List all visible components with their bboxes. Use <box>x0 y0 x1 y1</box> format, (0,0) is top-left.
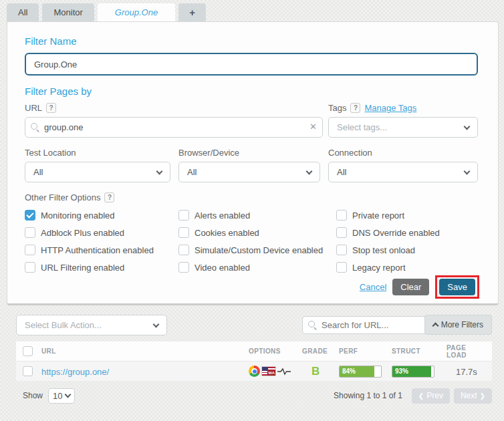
clear-button[interactable]: Clear <box>392 279 429 295</box>
checkbox-box[interactable] <box>25 245 35 255</box>
checkbox-adblock-plus-enabled[interactable]: Adblock Plus enabled <box>25 227 170 238</box>
plus-icon: + <box>189 7 195 18</box>
chevron-down-icon <box>464 168 471 174</box>
flag-region-label: WA <box>267 371 275 376</box>
browser-device-value: All <box>187 167 197 177</box>
checkbox-label: Private report <box>352 210 404 221</box>
checkbox-dns-override-enabled[interactable]: DNS Override enabled <box>336 227 478 238</box>
cancel-link[interactable]: Cancel <box>360 282 386 292</box>
list-toolbar: Select Bulk Action... More Filters <box>16 315 492 335</box>
checkbox-private-report[interactable]: Private report <box>336 210 478 221</box>
table-header-row: URL OPTIONS GRADE PERF STRUCT PAGE LOAD <box>16 341 492 362</box>
bulk-action-select[interactable]: Select Bulk Action... <box>16 315 167 335</box>
next-button[interactable]: Next ❯ <box>454 388 492 404</box>
url-filter-input[interactable] <box>25 117 323 138</box>
tags-help-icon[interactable]: ? <box>350 103 360 113</box>
tab-group-one-label: Group.One <box>115 7 158 17</box>
other-options-help-icon[interactable]: ? <box>104 192 114 202</box>
prev-label: Prev <box>426 391 443 400</box>
checkbox-video-enabled[interactable]: Video enabled <box>178 262 328 273</box>
manage-tags-link[interactable]: Manage Tags <box>364 103 416 113</box>
test-location-label: Test Location <box>25 148 76 158</box>
checkbox-label: DNS Override enabled <box>352 228 440 238</box>
clear-url-icon[interactable]: ✕ <box>309 122 317 132</box>
checkbox-label: Adblock Plus enabled <box>41 228 124 238</box>
save-button-highlight: Save <box>435 275 479 299</box>
checkbox-cookies-enabled[interactable]: Cookies enabled <box>178 227 328 238</box>
chevron-down-icon <box>156 168 163 174</box>
chevron-down-icon <box>464 123 471 130</box>
filter-pages-by-heading: Filter Pages by <box>25 86 478 97</box>
select-all-checkbox[interactable] <box>23 346 33 356</box>
checkbox-box[interactable] <box>178 210 189 221</box>
showing-text: Showing 1 to 1 of 1 <box>334 391 402 400</box>
header-options: OPTIONS <box>246 347 299 355</box>
results-table: URL OPTIONS GRADE PERF STRUCT PAGE LOAD … <box>16 341 492 382</box>
header-grade: GRADE <box>299 347 336 355</box>
struct-bar: 93% <box>392 366 434 378</box>
checkbox-label: Legacy report <box>352 263 406 273</box>
checkbox-simulate-custom-device-enabled[interactable]: Simulate/Custom Device enabled <box>178 245 328 255</box>
chevron-down-icon <box>65 392 72 398</box>
add-tab-button[interactable]: + <box>178 3 206 21</box>
checkbox-box[interactable] <box>336 262 347 273</box>
checkbox-box[interactable] <box>336 227 347 238</box>
tab-all-label: All <box>18 7 27 17</box>
tab-all[interactable]: All <box>7 3 39 21</box>
tab-monitor[interactable]: Monitor <box>42 3 94 21</box>
checkbox-label: HTTP Authentication enabled <box>41 245 154 255</box>
chrome-icon <box>249 366 260 377</box>
row-url-link[interactable]: https://group.one/ <box>41 367 109 377</box>
filter-tabs: All Monitor Group.One + <box>7 3 206 21</box>
bulk-action-placeholder: Select Bulk Action... <box>25 320 102 330</box>
header-page-load: PAGE LOAD <box>444 344 491 359</box>
checkbox-box[interactable] <box>336 245 347 255</box>
checkbox-box[interactable] <box>178 262 189 273</box>
chevron-down-icon <box>153 321 160 327</box>
tab-monitor-label: Monitor <box>53 7 82 17</box>
checkbox-box[interactable] <box>25 262 35 273</box>
search-icon <box>308 321 317 329</box>
save-button[interactable]: Save <box>439 279 475 295</box>
pagination-footer: Show 10 Showing 1 to 1 of 1 ❮ Prev Next … <box>16 387 492 404</box>
page-size-value: 10 <box>53 391 62 401</box>
connection-value: All <box>337 167 346 177</box>
tags-select-placeholder: Select tags... <box>337 122 387 132</box>
url-search-input[interactable] <box>302 316 444 334</box>
checkbox-box[interactable] <box>25 227 35 238</box>
prev-button[interactable]: ❮ Prev <box>412 388 450 404</box>
header-url: URL <box>39 347 246 355</box>
tab-group-one[interactable]: Group.One <box>98 3 175 21</box>
checkbox-box[interactable] <box>336 210 347 221</box>
checkbox-box[interactable] <box>178 245 189 255</box>
header-struct: STRUCT <box>389 347 444 355</box>
filter-name-input[interactable] <box>25 53 478 76</box>
url-field-label: URL <box>25 103 42 113</box>
checkbox-box[interactable] <box>25 210 35 221</box>
us-flag-wa-icon: WA <box>262 367 275 376</box>
checkbox-box[interactable] <box>178 227 189 238</box>
url-help-icon[interactable]: ? <box>46 103 56 113</box>
more-filters-button[interactable]: More Filters <box>424 315 492 335</box>
connection-select[interactable]: All <box>328 162 478 182</box>
chevron-up-icon <box>432 323 438 329</box>
checkbox-http-authentication-enabled[interactable]: HTTP Authentication enabled <box>25 245 170 255</box>
filter-options-grid: Monitoring enabled Alerts enabled Privat… <box>25 210 478 273</box>
chevron-right-icon: ❯ <box>480 392 485 400</box>
table-row: https://group.one/ WA B 84% 93% 17.7s <box>16 362 492 382</box>
checkbox-alerts-enabled[interactable]: Alerts enabled <box>178 210 328 221</box>
checkbox-monitoring-enabled[interactable]: Monitoring enabled <box>25 210 170 221</box>
filter-name-heading: Filter Name <box>25 35 478 47</box>
page-load-value: 17.7s <box>447 367 477 377</box>
browser-device-select[interactable]: All <box>178 162 320 182</box>
search-icon <box>31 123 39 132</box>
test-location-select[interactable]: All <box>25 162 170 182</box>
connection-label: Connection <box>328 148 372 158</box>
row-checkbox[interactable] <box>23 366 33 376</box>
page-size-select[interactable]: 10 <box>48 388 75 404</box>
tags-select[interactable]: Select tags... <box>328 117 478 138</box>
checkbox-stop-test-onload[interactable]: Stop test onload <box>336 245 478 255</box>
checkbox-url-filtering-enabled[interactable]: URL Filtering enabled <box>25 262 170 273</box>
checkbox-legacy-report[interactable]: Legacy report <box>336 262 478 273</box>
chevron-down-icon <box>306 168 313 174</box>
